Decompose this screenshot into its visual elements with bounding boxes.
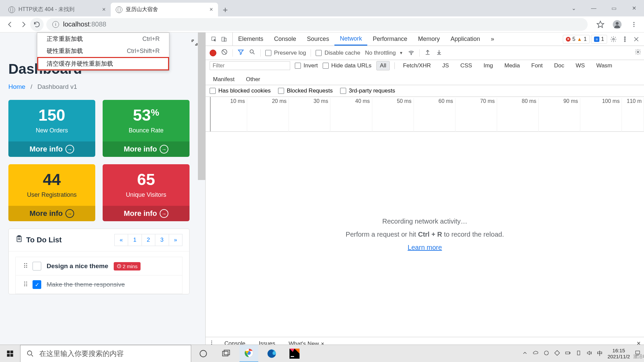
- tab-performance[interactable]: Performance: [367, 33, 413, 46]
- device-toggle-icon[interactable]: [219, 34, 229, 44]
- learn-more-link[interactable]: Learn more: [408, 244, 442, 251]
- tab-application[interactable]: Application: [445, 33, 485, 46]
- hide-data-urls-checkbox[interactable]: Hide data URLs: [323, 62, 372, 69]
- profile-avatar-icon[interactable]: [610, 18, 624, 31]
- filter-chip-img[interactable]: Img: [480, 61, 496, 70]
- tray-app-icon[interactable]: [543, 350, 549, 357]
- gear-icon[interactable]: [608, 34, 619, 44]
- blocked-requests-checkbox[interactable]: Blocked Requests: [278, 87, 333, 94]
- tray-ime-indicator[interactable]: 中: [597, 350, 603, 357]
- page-2[interactable]: 2: [142, 234, 155, 246]
- close-icon[interactable]: ×: [102, 6, 106, 13]
- tab-elements[interactable]: Elements: [233, 33, 269, 46]
- close-icon[interactable]: ×: [209, 6, 213, 13]
- bookmark-star-icon[interactable]: [594, 18, 607, 31]
- filter-chip-other[interactable]: Other: [243, 75, 264, 84]
- filter-chip-all[interactable]: All: [376, 61, 390, 70]
- filter-input[interactable]: [210, 61, 290, 70]
- minimize-button[interactable]: —: [584, 0, 604, 16]
- page-prev[interactable]: «: [114, 234, 128, 246]
- network-conditions-icon[interactable]: [408, 49, 415, 57]
- taskbar-app-chrome[interactable]: [239, 345, 258, 362]
- stat-label: New Orders: [16, 127, 88, 134]
- task-view-icon[interactable]: [217, 345, 235, 362]
- filter-icon[interactable]: [237, 49, 244, 57]
- search-icon[interactable]: [249, 49, 256, 57]
- tray-chevron-up-icon[interactable]: [522, 350, 528, 357]
- filter-chip-doc[interactable]: Doc: [551, 61, 568, 70]
- page-next[interactable]: »: [169, 234, 182, 246]
- tray-battery-icon[interactable]: [565, 350, 571, 357]
- tabs-more-icon[interactable]: »: [485, 33, 499, 46]
- tray-onedrive-icon[interactable]: [533, 350, 539, 357]
- scrollbar[interactable]: [198, 33, 205, 180]
- gear-icon[interactable]: [635, 49, 641, 57]
- record-button[interactable]: [210, 50, 216, 56]
- filter-chip-css[interactable]: CSS: [457, 61, 475, 70]
- back-button[interactable]: [3, 18, 17, 31]
- tray-clock[interactable]: 16:15 2021/11/2激活哈尔灿: [607, 348, 630, 360]
- fullscreen-icon[interactable]: [191, 39, 199, 49]
- taskbar-app-edge[interactable]: [262, 345, 281, 362]
- invert-checkbox[interactable]: Invert: [295, 62, 318, 69]
- svg-rect-24: [7, 354, 10, 356]
- kebab-menu-icon[interactable]: [627, 18, 641, 31]
- preserve-log-checkbox[interactable]: Preserve log: [265, 50, 306, 56]
- tab-dropdown-icon[interactable]: ⌄: [564, 0, 584, 16]
- kebab-menu-icon[interactable]: [620, 34, 630, 44]
- tray-volume-icon[interactable]: [586, 350, 592, 357]
- close-icon[interactable]: [631, 34, 641, 44]
- error-warning-badge[interactable]: ✕5▲1: [563, 35, 590, 44]
- menu-item-normal-reload[interactable]: 正常重新加载 Ctrl+R: [37, 33, 169, 45]
- tray-app-icon[interactable]: [554, 350, 560, 357]
- forward-button[interactable]: [17, 18, 30, 31]
- info-icon[interactable]: i: [52, 21, 59, 28]
- menu-item-hard-reload[interactable]: 硬性重新加载 Ctrl+Shift+R: [37, 45, 169, 57]
- browser-tab-1[interactable]: 亚历山大宿舍 ×: [111, 3, 218, 16]
- tab-memory[interactable]: Memory: [413, 33, 445, 46]
- more-info-link[interactable]: More info→: [8, 206, 95, 221]
- filter-chip-ws[interactable]: WS: [572, 61, 588, 70]
- tray-network-icon[interactable]: [576, 350, 582, 357]
- checkbox[interactable]: ✓: [33, 280, 41, 289]
- import-har-icon[interactable]: [424, 49, 431, 57]
- third-party-checkbox[interactable]: 3rd-party requests: [340, 87, 395, 94]
- filter-chip-font[interactable]: Font: [528, 61, 546, 70]
- taskbar-search[interactable]: 在这里输入你要搜索的内容: [20, 345, 191, 362]
- tab-console[interactable]: Console: [269, 33, 302, 46]
- taskbar-app-intellij[interactable]: [285, 345, 304, 362]
- filter-chip-manifest[interactable]: Manifest: [210, 75, 238, 84]
- start-button[interactable]: [0, 345, 20, 362]
- grip-icon[interactable]: ⠿: [23, 281, 27, 289]
- throttling-select[interactable]: No throttling▼: [365, 50, 403, 56]
- inspect-element-icon[interactable]: [209, 34, 219, 44]
- tab-sources[interactable]: Sources: [302, 33, 334, 46]
- breadcrumb-home[interactable]: Home: [8, 83, 25, 90]
- new-tab-button[interactable]: +: [218, 3, 232, 16]
- page-3[interactable]: 3: [155, 234, 169, 246]
- maximize-button[interactable]: ▭: [604, 0, 624, 16]
- network-timeline[interactable]: 10 ms 20 ms 30 ms 40 ms 50 ms 60 ms 70 m…: [206, 97, 644, 132]
- more-info-link[interactable]: More info→: [103, 206, 190, 221]
- filter-chip-media[interactable]: Media: [501, 61, 523, 70]
- tab-network[interactable]: Network: [334, 33, 367, 46]
- blocked-cookies-checkbox[interactable]: Has blocked cookies: [210, 87, 271, 94]
- page-1[interactable]: 1: [128, 234, 142, 246]
- disable-cache-checkbox[interactable]: Disable cache: [316, 50, 360, 56]
- more-info-link[interactable]: More info→: [103, 141, 190, 157]
- more-info-link[interactable]: More info→: [8, 141, 95, 157]
- issues-badge[interactable]: ≡1: [591, 35, 607, 44]
- grip-icon[interactable]: ⠿: [23, 262, 27, 270]
- export-har-icon[interactable]: [436, 49, 442, 57]
- browser-tab-0[interactable]: HTTP状态 404 - 未找到 ×: [3, 3, 111, 16]
- close-window-button[interactable]: ✕: [624, 0, 644, 16]
- clear-icon[interactable]: [221, 49, 228, 57]
- filter-chip-wasm[interactable]: Wasm: [593, 61, 616, 70]
- menu-item-clear-cache-hard-reload[interactable]: 清空缓存并硬性重新加载: [37, 57, 169, 70]
- cortana-icon[interactable]: [194, 345, 213, 362]
- filter-chip-fetch-xhr[interactable]: Fetch/XHR: [399, 61, 434, 70]
- filter-chip-js[interactable]: JS: [439, 61, 452, 70]
- reload-button[interactable]: [30, 18, 44, 31]
- url-input[interactable]: i localhost:8088: [46, 18, 588, 31]
- checkbox[interactable]: [33, 262, 41, 270]
